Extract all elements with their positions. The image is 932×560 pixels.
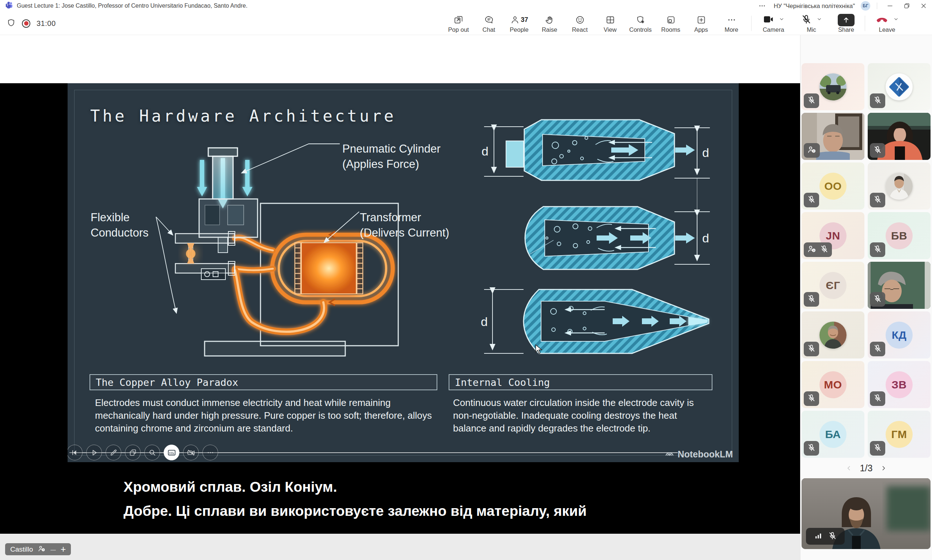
- camera-chevron-icon: [779, 17, 784, 23]
- mic-off-icon: [873, 95, 882, 106]
- tile-status-badges: [804, 342, 819, 356]
- participant-tile-9-ЄГ[interactable]: ЄГ: [802, 262, 864, 309]
- tile-status-badges: [870, 242, 885, 257]
- self-view-tile[interactable]: [802, 478, 930, 549]
- svg-text:?: ?: [813, 150, 815, 153]
- share-icon: [838, 14, 855, 26]
- callout-copper-alloy: The Copper Alloy Paradox: [89, 374, 437, 390]
- tile-status-badges: [804, 441, 819, 455]
- camera-button[interactable]: Camera: [755, 12, 792, 35]
- avatar-photo: [819, 322, 847, 349]
- tile-status-badges: ?: [804, 242, 832, 257]
- participant-tile-3-presenter[interactable]: ?: [802, 113, 864, 160]
- svg-text:T: T: [6, 4, 8, 7]
- participant-tile-4-woman[interactable]: [868, 113, 930, 160]
- pager-position: 1/3: [860, 463, 873, 474]
- toolbar-button-chat[interactable]: Chat: [476, 12, 501, 35]
- person-question-icon: ?: [807, 244, 816, 255]
- participant-tile-11-smiling[interactable]: [802, 311, 864, 358]
- toolbar-button-controls[interactable]: Controls: [628, 12, 653, 35]
- pager-previous-icon[interactable]: [846, 465, 852, 471]
- signal-quality-icon: [814, 531, 823, 542]
- pager-next-icon[interactable]: [881, 465, 887, 471]
- mic-off-icon: [807, 95, 816, 106]
- player-pen-icon[interactable]: [106, 445, 121, 460]
- mic-off-icon: [873, 294, 882, 305]
- label-flexible-1: Flexible: [91, 211, 130, 224]
- avatar-initials: ГМ: [886, 421, 913, 448]
- tile-status-badges: [870, 143, 885, 158]
- participant-tile-8-БВ[interactable]: БВ: [868, 212, 930, 259]
- restore-button[interactable]: [898, 0, 915, 12]
- label-transformer-2: (Delivers Current): [360, 226, 449, 239]
- toolbar-button-popout[interactable]: Pop out: [446, 12, 471, 35]
- minimize-button[interactable]: [881, 0, 898, 12]
- avatar-photo: [886, 173, 913, 200]
- toolbar-button-label: Rooms: [661, 26, 680, 33]
- toolbar-actions: Pop outChat37PeopleRaiseReactViewControl…: [446, 12, 744, 35]
- participant-tile-16-ГМ[interactable]: ГМ: [868, 411, 930, 458]
- avatar-initials: МО: [819, 371, 847, 398]
- person-question-icon: ?: [38, 545, 46, 554]
- player-play-icon[interactable]: [86, 445, 102, 460]
- close-button[interactable]: [915, 0, 932, 12]
- player-slides-icon[interactable]: [125, 445, 140, 460]
- tile-status-badges: ?: [804, 143, 820, 158]
- titlebar-more-icon[interactable]: [754, 2, 770, 10]
- leave-chevron-icon: [893, 17, 899, 23]
- participants-sidebar: ?OOJN?БВЄГКДМОЗВБАГМ 1/3: [800, 35, 932, 560]
- participant-tile-13-МО[interactable]: МО: [802, 361, 864, 408]
- tile-status-badges: [870, 441, 885, 455]
- toolbar-button-label: Chat: [483, 26, 495, 33]
- person-question-icon: ?: [807, 145, 816, 156]
- callout-internal-cooling: Internal Cooling: [449, 374, 713, 390]
- toolbar-button-apps[interactable]: Apps: [688, 12, 714, 35]
- player-zoom-icon[interactable]: [144, 445, 160, 460]
- recording-indicator-icon: [22, 19, 30, 28]
- participant-tile-2-logo[interactable]: [868, 63, 930, 110]
- dim-label-d: d: [702, 146, 709, 160]
- player-video-off-icon[interactable]: [183, 445, 199, 460]
- participant-tile-14-ЗВ[interactable]: ЗВ: [868, 361, 930, 408]
- toolbar-button-raise[interactable]: Raise: [537, 12, 562, 35]
- toolbar-button-react[interactable]: React: [567, 12, 593, 35]
- toolbar-button-label: Pop out: [448, 26, 469, 33]
- participant-tile-12-КД[interactable]: КД: [868, 311, 930, 358]
- svg-text:?: ?: [813, 249, 815, 252]
- zoom-out-button[interactable]: –: [51, 545, 56, 554]
- label-flexible-2: Conductors: [91, 226, 149, 239]
- zoom-in-button[interactable]: +: [61, 545, 66, 554]
- mic-off-icon: [807, 294, 816, 305]
- leave-button[interactable]: Leave: [868, 12, 906, 35]
- mic-chevron-icon: [816, 17, 822, 23]
- more-icon: [727, 15, 736, 25]
- toolbar-button-people[interactable]: 37People: [506, 12, 532, 35]
- profile-avatar[interactable]: БГ: [861, 1, 870, 11]
- tile-status-badges: [870, 94, 885, 108]
- participant-tile-5-OO[interactable]: OO: [802, 162, 864, 209]
- participant-tile-7-JN[interactable]: JN?: [802, 212, 864, 259]
- mic-off-icon: [801, 14, 812, 26]
- share-button[interactable]: Share: [830, 12, 862, 35]
- toolbar-button-rooms[interactable]: Rooms: [658, 12, 684, 35]
- mic-button[interactable]: Mic: [792, 12, 830, 35]
- tenant-name[interactable]: НУ "Чернігівська політехніка": [774, 3, 855, 9]
- tile-status-badges: [804, 94, 819, 108]
- label-pneumatic-2: (Applies Force): [343, 158, 419, 171]
- slide-title: The Hardware Architecture: [90, 106, 396, 125]
- participant-tile-15-БА[interactable]: БА: [802, 411, 864, 458]
- toolbar-button-more[interactable]: More: [719, 12, 744, 35]
- player-captions-icon[interactable]: [164, 445, 179, 460]
- tile-status-badges: [870, 391, 885, 406]
- mouse-cursor: [534, 344, 544, 356]
- participant-tile-10-chalkboard[interactable]: [868, 262, 930, 309]
- participant-tile-6-whiteshirt[interactable]: [868, 162, 930, 209]
- raise-icon: [545, 15, 555, 25]
- player-previous-icon[interactable]: [68, 445, 83, 460]
- participant-tile-1-outdoor[interactable]: [802, 63, 864, 110]
- leave-call-icon: [875, 13, 889, 28]
- mic-off-icon: [873, 344, 882, 354]
- toolbar-button-view[interactable]: View: [597, 12, 623, 35]
- player-more-icon[interactable]: [202, 445, 218, 460]
- controls-icon: [636, 15, 646, 25]
